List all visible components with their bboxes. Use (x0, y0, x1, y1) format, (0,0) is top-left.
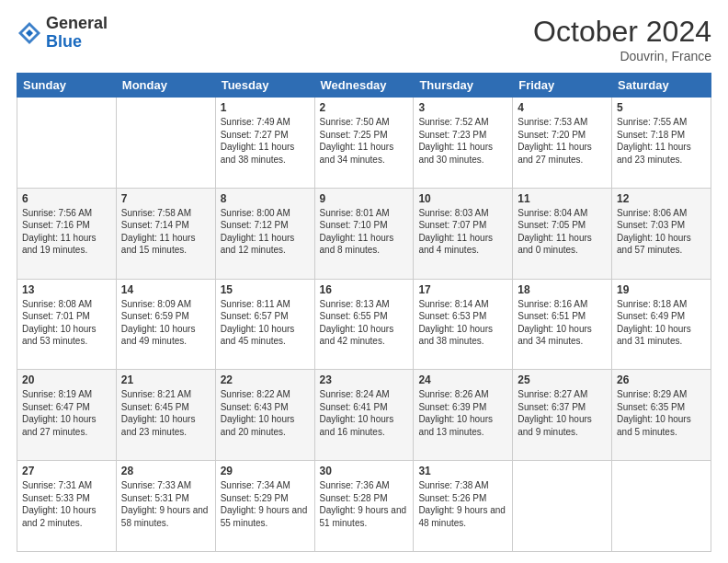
day-info: Sunrise: 7:31 AMSunset: 5:33 PMDaylight:… (22, 480, 97, 528)
calendar-cell: 1Sunrise: 7:49 AMSunset: 7:27 PMDaylight… (215, 98, 314, 189)
day-number: 30 (320, 465, 409, 477)
calendar-cell: 30Sunrise: 7:36 AMSunset: 5:28 PMDayligh… (314, 461, 414, 552)
calendar-cell: 29Sunrise: 7:34 AMSunset: 5:29 PMDayligh… (215, 461, 314, 552)
title-block: October 2024 Douvrin, France (533, 15, 711, 63)
day-number: 29 (221, 465, 310, 477)
week-row-3: 13Sunrise: 8:08 AMSunset: 7:01 PMDayligh… (17, 279, 711, 370)
day-number: 12 (617, 192, 706, 205)
calendar-cell: 6Sunrise: 7:56 AMSunset: 7:16 PMDaylight… (17, 188, 117, 279)
calendar-cell: 2Sunrise: 7:50 AMSunset: 7:25 PMDaylight… (314, 98, 414, 189)
day-number: 26 (617, 373, 706, 386)
header-row: SundayMondayTuesdayWednesdayThursdayFrid… (17, 74, 711, 98)
day-number: 6 (22, 192, 111, 205)
day-number: 10 (418, 192, 507, 205)
calendar-cell: 22Sunrise: 8:22 AMSunset: 6:43 PMDayligh… (215, 370, 314, 461)
day-number: 19 (617, 283, 706, 296)
day-number: 25 (518, 373, 607, 386)
calendar-cell (612, 461, 711, 552)
day-number: 14 (121, 283, 210, 296)
day-info: Sunrise: 8:19 AMSunset: 6:47 PMDaylight:… (22, 389, 97, 437)
day-info: Sunrise: 8:00 AMSunset: 7:12 PMDaylight:… (221, 208, 295, 256)
day-info: Sunrise: 8:24 AMSunset: 6:41 PMDaylight:… (320, 389, 394, 437)
calendar-cell: 12Sunrise: 8:06 AMSunset: 7:03 PMDayligh… (612, 188, 711, 279)
calendar-cell (17, 98, 117, 189)
day-info: Sunrise: 8:29 AMSunset: 6:35 PMDaylight:… (617, 389, 691, 437)
day-header-monday: Monday (116, 74, 215, 98)
day-info: Sunrise: 7:56 AMSunset: 7:16 PMDaylight:… (22, 208, 97, 256)
calendar-cell: 5Sunrise: 7:55 AMSunset: 7:18 PMDaylight… (612, 98, 711, 189)
week-row-1: 1Sunrise: 7:49 AMSunset: 7:27 PMDaylight… (17, 98, 711, 189)
logo-blue-text: Blue (46, 32, 82, 51)
day-info: Sunrise: 7:38 AMSunset: 5:26 PMDaylight:… (418, 480, 506, 528)
day-number: 24 (418, 373, 507, 386)
calendar-cell: 24Sunrise: 8:26 AMSunset: 6:39 PMDayligh… (414, 370, 513, 461)
calendar-table: SundayMondayTuesdayWednesdayThursdayFrid… (17, 73, 711, 552)
logo-general-text: General (46, 14, 108, 32)
calendar-cell: 21Sunrise: 8:21 AMSunset: 6:45 PMDayligh… (116, 370, 215, 461)
calendar-cell: 14Sunrise: 8:09 AMSunset: 6:59 PMDayligh… (116, 279, 215, 370)
day-number: 31 (418, 465, 507, 477)
day-number: 8 (221, 192, 310, 205)
calendar-cell: 25Sunrise: 8:27 AMSunset: 6:37 PMDayligh… (513, 370, 612, 461)
day-info: Sunrise: 7:58 AMSunset: 7:14 PMDaylight:… (121, 208, 196, 256)
day-number: 18 (518, 283, 607, 296)
calendar-cell (513, 461, 612, 552)
day-info: Sunrise: 8:27 AMSunset: 6:37 PMDaylight:… (518, 389, 592, 437)
calendar-page: General Blue October 2024 Douvrin, Franc… (0, 0, 728, 563)
day-number: 15 (221, 283, 310, 296)
calendar-cell: 7Sunrise: 7:58 AMSunset: 7:14 PMDaylight… (116, 188, 215, 279)
day-info: Sunrise: 8:22 AMSunset: 6:43 PMDaylight:… (221, 389, 295, 437)
day-info: Sunrise: 7:55 AMSunset: 7:18 PMDaylight:… (617, 117, 691, 165)
calendar-cell: 18Sunrise: 8:16 AMSunset: 6:51 PMDayligh… (513, 279, 612, 370)
day-number: 13 (22, 283, 111, 296)
day-info: Sunrise: 7:36 AMSunset: 5:28 PMDaylight:… (320, 480, 407, 528)
calendar-cell: 8Sunrise: 8:00 AMSunset: 7:12 PMDaylight… (215, 188, 314, 279)
week-row-4: 20Sunrise: 8:19 AMSunset: 6:47 PMDayligh… (17, 370, 711, 461)
calendar-cell: 9Sunrise: 8:01 AMSunset: 7:10 PMDaylight… (314, 188, 414, 279)
day-number: 5 (617, 101, 706, 114)
day-info: Sunrise: 7:33 AMSunset: 5:31 PMDaylight:… (121, 480, 209, 528)
calendar-cell: 3Sunrise: 7:52 AMSunset: 7:23 PMDaylight… (414, 98, 513, 189)
day-number: 27 (22, 465, 111, 477)
day-number: 23 (320, 373, 409, 386)
day-header-tuesday: Tuesday (215, 74, 314, 98)
day-info: Sunrise: 8:03 AMSunset: 7:07 PMDaylight:… (418, 208, 493, 256)
calendar-cell: 16Sunrise: 8:13 AMSunset: 6:55 PMDayligh… (314, 279, 414, 370)
calendar-cell: 31Sunrise: 7:38 AMSunset: 5:26 PMDayligh… (414, 461, 513, 552)
week-row-5: 27Sunrise: 7:31 AMSunset: 5:33 PMDayligh… (17, 461, 711, 552)
day-number: 16 (320, 283, 409, 296)
calendar-cell: 11Sunrise: 8:04 AMSunset: 7:05 PMDayligh… (513, 188, 612, 279)
day-number: 17 (418, 283, 507, 296)
day-info: Sunrise: 8:16 AMSunset: 6:51 PMDaylight:… (518, 299, 592, 347)
day-info: Sunrise: 7:34 AMSunset: 5:29 PMDaylight:… (221, 480, 308, 528)
day-info: Sunrise: 8:06 AMSunset: 7:03 PMDaylight:… (617, 208, 691, 256)
day-header-thursday: Thursday (414, 74, 513, 98)
calendar-cell: 19Sunrise: 8:18 AMSunset: 6:49 PMDayligh… (612, 279, 711, 370)
day-info: Sunrise: 8:09 AMSunset: 6:59 PMDaylight:… (121, 299, 196, 347)
logo-text: General Blue (46, 15, 108, 52)
day-info: Sunrise: 8:01 AMSunset: 7:10 PMDaylight:… (320, 208, 394, 256)
day-number: 20 (22, 373, 111, 386)
calendar-cell: 17Sunrise: 8:14 AMSunset: 6:53 PMDayligh… (414, 279, 513, 370)
calendar-cell: 20Sunrise: 8:19 AMSunset: 6:47 PMDayligh… (17, 370, 117, 461)
day-number: 1 (221, 101, 310, 114)
day-number: 3 (418, 101, 507, 114)
calendar-cell: 13Sunrise: 8:08 AMSunset: 7:01 PMDayligh… (17, 279, 117, 370)
day-header-wednesday: Wednesday (314, 74, 414, 98)
day-number: 28 (121, 465, 210, 477)
day-info: Sunrise: 7:52 AMSunset: 7:23 PMDaylight:… (418, 117, 493, 165)
day-header-sunday: Sunday (17, 74, 117, 98)
header: General Blue October 2024 Douvrin, Franc… (17, 15, 711, 63)
calendar-cell: 28Sunrise: 7:33 AMSunset: 5:31 PMDayligh… (116, 461, 215, 552)
day-info: Sunrise: 8:18 AMSunset: 6:49 PMDaylight:… (617, 299, 691, 347)
day-info: Sunrise: 7:50 AMSunset: 7:25 PMDaylight:… (320, 117, 394, 165)
calendar-cell: 4Sunrise: 7:53 AMSunset: 7:20 PMDaylight… (513, 98, 612, 189)
day-info: Sunrise: 8:14 AMSunset: 6:53 PMDaylight:… (418, 299, 493, 347)
day-number: 2 (320, 101, 409, 114)
day-number: 11 (518, 192, 607, 205)
day-info: Sunrise: 8:21 AMSunset: 6:45 PMDaylight:… (121, 389, 196, 437)
day-number: 7 (121, 192, 210, 205)
day-header-saturday: Saturday (612, 74, 711, 98)
day-info: Sunrise: 8:13 AMSunset: 6:55 PMDaylight:… (320, 299, 394, 347)
calendar-cell (116, 98, 215, 189)
